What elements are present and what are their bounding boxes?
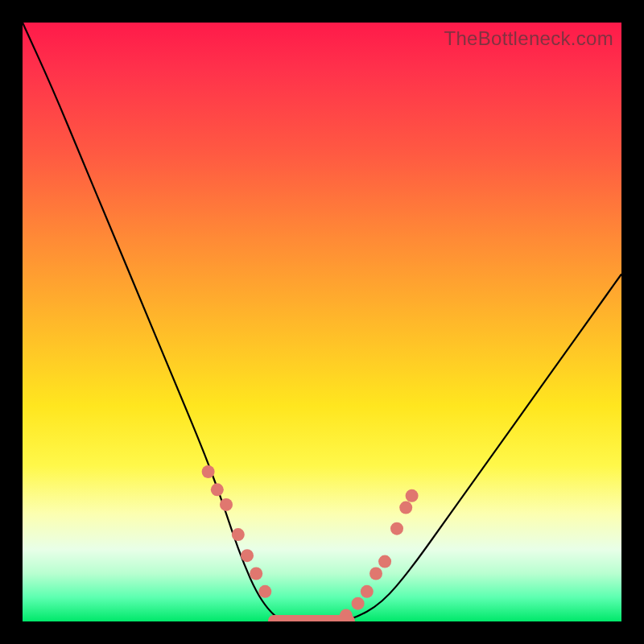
marker-dot [378, 555, 391, 568]
marker-dot [202, 465, 215, 478]
marker-dot [369, 568, 382, 580]
marker-dot [220, 498, 233, 511]
marker-dot [250, 568, 262, 580]
chart-frame: TheBottleneck.com [0, 0, 644, 644]
marker-dot [399, 502, 412, 514]
marker-dot [258, 585, 271, 598]
markers-right [340, 489, 419, 621]
marker-dot [232, 528, 245, 541]
plot-area: TheBottleneck.com [23, 23, 621, 621]
curve-layer [23, 23, 621, 621]
marker-dot [390, 522, 403, 535]
marker-dot [211, 483, 224, 496]
bottleneck-curve [23, 23, 621, 621]
marker-dot [352, 597, 365, 610]
marker-dot [361, 585, 374, 598]
baseline-band [268, 615, 355, 621]
marker-dot [406, 489, 419, 502]
markers-left [202, 465, 272, 598]
marker-dot [241, 549, 254, 562]
